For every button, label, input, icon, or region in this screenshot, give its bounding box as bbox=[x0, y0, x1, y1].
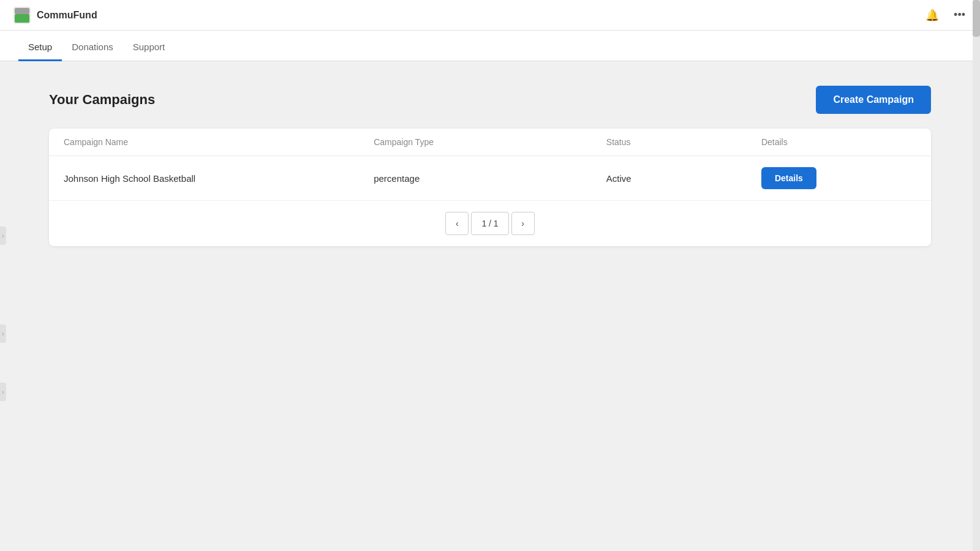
more-icon: ••• bbox=[954, 9, 965, 21]
main-content: Your Campaigns Create Campaign Campaign … bbox=[0, 61, 980, 551]
tab-support[interactable]: Support bbox=[123, 34, 175, 61]
svg-rect-2 bbox=[15, 8, 29, 14]
left-expand-handle-bot[interactable]: › bbox=[0, 383, 6, 401]
app-header: CommuFund 🔔 ••• bbox=[0, 0, 980, 31]
bell-icon: 🔔 bbox=[925, 9, 939, 22]
header-actions: 🔔 ••• bbox=[923, 6, 968, 24]
scrollbar-track bbox=[973, 0, 980, 551]
chevron-right-icon: › bbox=[521, 219, 524, 228]
table-header: Campaign Name Campaign Type Status Detai… bbox=[49, 129, 931, 156]
campaigns-table: Campaign Name Campaign Type Status Detai… bbox=[49, 129, 931, 246]
chevron-left-icon: ‹ bbox=[456, 219, 459, 228]
svg-rect-1 bbox=[15, 14, 29, 23]
pagination: ‹ 1 / 1 › bbox=[49, 201, 931, 246]
cell-details: Details bbox=[761, 167, 916, 189]
left-expand-handle-top[interactable]: › bbox=[0, 227, 6, 245]
create-campaign-button[interactable]: Create Campaign bbox=[816, 86, 931, 114]
content-header: Your Campaigns Create Campaign bbox=[49, 86, 931, 114]
notifications-button[interactable]: 🔔 bbox=[923, 6, 941, 24]
app-logo-icon bbox=[12, 6, 32, 25]
prev-page-button[interactable]: ‹ bbox=[445, 212, 469, 235]
col-campaign-type: Campaign Type bbox=[374, 137, 606, 147]
cell-campaign-type: percentage bbox=[374, 173, 606, 184]
tab-donations[interactable]: Donations bbox=[62, 34, 123, 61]
cell-status: Active bbox=[606, 173, 761, 184]
page-info: 1 / 1 bbox=[471, 212, 508, 235]
app-title: CommuFund bbox=[37, 10, 97, 21]
page-title: Your Campaigns bbox=[49, 92, 155, 108]
next-page-button[interactable]: › bbox=[511, 212, 535, 235]
logo-area: CommuFund bbox=[12, 6, 97, 25]
col-campaign-name: Campaign Name bbox=[64, 137, 374, 147]
cell-campaign-name: Johnson High School Basketball bbox=[64, 173, 374, 184]
tab-setup[interactable]: Setup bbox=[18, 34, 62, 61]
tab-bar: Setup Donations Support bbox=[0, 31, 980, 61]
table-row: Johnson High School Basketball percentag… bbox=[49, 156, 931, 201]
left-expand-handle-mid[interactable]: › bbox=[0, 324, 6, 343]
col-status: Status bbox=[606, 137, 761, 147]
col-details: Details bbox=[761, 137, 916, 147]
scrollbar-thumb[interactable] bbox=[973, 0, 980, 37]
details-button[interactable]: Details bbox=[761, 167, 816, 189]
more-options-button[interactable]: ••• bbox=[951, 6, 968, 24]
